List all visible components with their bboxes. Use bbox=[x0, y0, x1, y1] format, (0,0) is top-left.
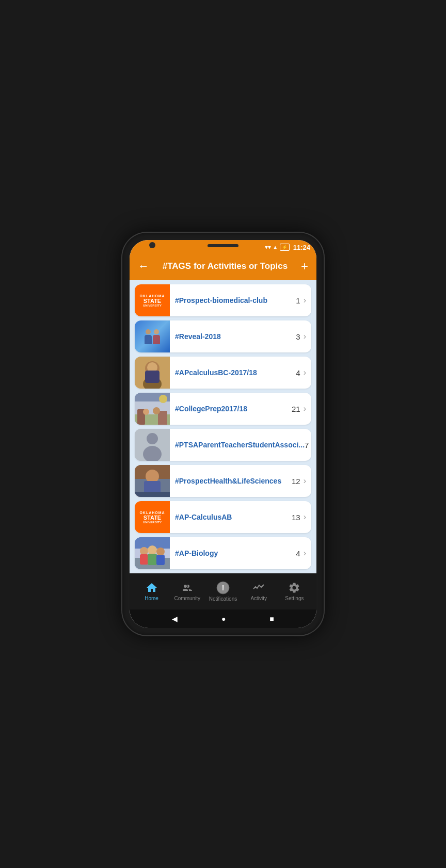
tag-avatar bbox=[135, 393, 170, 425]
nav-community-label: Community bbox=[174, 596, 201, 601]
tag-name: #Reveal-2018 bbox=[175, 332, 296, 341]
tag-info: #APcalculusBC-2017/18 4 › bbox=[170, 368, 311, 377]
tags-list: OKLAHOMA STATE UNIVERSITY #Prospect-biom… bbox=[130, 280, 316, 573]
tag-item[interactable]: OKLAHOMA STATE UNIVERSITY #AP-CalculusAB… bbox=[135, 501, 311, 533]
activity-icon bbox=[252, 582, 265, 594]
tag-avatar bbox=[135, 429, 170, 461]
tag-avatar bbox=[135, 537, 170, 569]
battery-icon: ⚡ bbox=[280, 244, 290, 251]
android-back-button[interactable]: ◀ bbox=[172, 615, 178, 623]
svg-text:!: ! bbox=[222, 584, 225, 592]
tag-item[interactable]: #AP-Biology 4 › bbox=[135, 537, 311, 569]
tag-item[interactable]: #PTSAParentTeacherStudentAssoci... 7 › bbox=[135, 429, 311, 461]
nav-notifications-label: Notifications bbox=[209, 596, 237, 602]
chevron-icon: › bbox=[304, 476, 306, 486]
chevron-icon: › bbox=[304, 549, 306, 558]
svg-point-28 bbox=[156, 548, 165, 556]
tag-avatar bbox=[135, 320, 170, 352]
android-nav-bar: ◀ ● ■ bbox=[130, 609, 316, 628]
tag-count: 3 bbox=[296, 332, 300, 341]
svg-point-11 bbox=[143, 409, 149, 415]
tag-info: #AP-Biology 4 › bbox=[170, 549, 311, 558]
tag-count: 7 bbox=[305, 441, 309, 449]
nav-community[interactable]: Community bbox=[169, 582, 205, 601]
settings-icon bbox=[288, 582, 300, 594]
tag-item[interactable]: OKLAHOMA STATE UNIVERSITY #Prospect-biom… bbox=[135, 284, 311, 316]
page-title: #TAGS for Activities or Topics bbox=[153, 261, 297, 271]
home-icon bbox=[146, 582, 158, 594]
tag-name: #Prospect-biomedical-club bbox=[175, 296, 296, 304]
svg-point-14 bbox=[147, 433, 158, 444]
status-icons: ▾▾ ▲ ⚡ 11:24 bbox=[265, 244, 310, 251]
phone-screen: ▾▾ ▲ ⚡ 11:24 ← #TAGS for Activities or T… bbox=[130, 240, 316, 628]
tag-name: #ProspectHealth&LifeSciences bbox=[175, 477, 292, 485]
tag-info: #PTSAParentTeacherStudentAssoci... 7 › bbox=[170, 440, 311, 449]
tag-item[interactable]: #APcalculusBC-2017/18 4 › bbox=[135, 357, 311, 389]
tag-avatar: OKLAHOMA STATE UNIVERSITY bbox=[135, 501, 170, 533]
tag-name: #AP-CalculusAB bbox=[175, 513, 292, 521]
phone-device: ▾▾ ▲ ⚡ 11:24 ← #TAGS for Activities or T… bbox=[122, 233, 324, 635]
svg-rect-20 bbox=[135, 492, 170, 497]
svg-rect-4 bbox=[145, 371, 160, 383]
tag-info: #Reveal-2018 3 › bbox=[170, 332, 311, 341]
speaker bbox=[208, 244, 238, 247]
svg-point-24 bbox=[140, 547, 148, 555]
tag-avatar: OKLAHOMA STATE UNIVERSITY bbox=[135, 284, 170, 316]
add-button[interactable]: + bbox=[301, 260, 308, 272]
chevron-icon: › bbox=[304, 296, 306, 305]
tag-count: 13 bbox=[292, 513, 300, 522]
nav-settings-label: Settings bbox=[285, 596, 304, 601]
nav-activity-label: Activity bbox=[250, 596, 267, 601]
bottom-navigation: Home Community ! Notifications Act bbox=[130, 573, 316, 609]
chevron-icon: › bbox=[304, 512, 306, 522]
tag-item[interactable]: #ProspectHealth&LifeSciences 12 › bbox=[135, 465, 311, 497]
page-header: ← #TAGS for Activities or Topics + bbox=[130, 254, 316, 280]
svg-rect-29 bbox=[156, 555, 165, 565]
back-button[interactable]: ← bbox=[138, 260, 149, 273]
status-time: 11:24 bbox=[293, 244, 310, 251]
svg-point-12 bbox=[153, 407, 160, 414]
svg-point-26 bbox=[148, 545, 157, 555]
community-icon bbox=[181, 582, 194, 594]
tag-name: #CollegePrep2017/18 bbox=[175, 405, 292, 413]
tag-info: #Prospect-biomedical-club 1 › bbox=[170, 296, 311, 305]
tag-count: 4 bbox=[296, 549, 300, 558]
wifi-icon: ▾▾ bbox=[265, 244, 271, 251]
status-bar: ▾▾ ▲ ⚡ 11:24 bbox=[130, 240, 316, 254]
nav-activity[interactable]: Activity bbox=[241, 582, 277, 601]
nav-notifications[interactable]: ! Notifications bbox=[205, 581, 241, 602]
tag-info: #ProspectHealth&LifeSciences 12 › bbox=[170, 476, 311, 486]
chevron-icon: › bbox=[304, 404, 306, 413]
nav-settings[interactable]: Settings bbox=[277, 582, 312, 601]
tag-name: #APcalculusBC-2017/18 bbox=[175, 368, 296, 377]
tag-item[interactable]: #Reveal-2018 3 › bbox=[135, 320, 311, 352]
nav-home[interactable]: Home bbox=[134, 582, 169, 601]
tag-name: #PTSAParentTeacherStudentAssoci... bbox=[175, 441, 305, 449]
tag-count: 4 bbox=[296, 368, 300, 377]
chevron-icon: › bbox=[304, 332, 306, 341]
tag-count: 1 bbox=[296, 296, 300, 305]
android-recents-button[interactable]: ■ bbox=[269, 615, 274, 623]
svg-rect-25 bbox=[140, 554, 148, 565]
signal-icon: ▲ bbox=[273, 244, 278, 250]
nav-home-label: Home bbox=[145, 596, 158, 601]
svg-point-8 bbox=[159, 395, 167, 403]
notifications-icon: ! bbox=[216, 581, 230, 594]
svg-rect-27 bbox=[148, 554, 157, 565]
tag-item[interactable]: #CollegePrep2017/18 21 › bbox=[135, 393, 311, 425]
tag-count: 21 bbox=[292, 405, 300, 413]
tag-info: #CollegePrep2017/18 21 › bbox=[170, 404, 311, 413]
tag-avatar bbox=[135, 465, 170, 497]
android-home-button[interactable]: ● bbox=[221, 615, 226, 623]
tag-count: 12 bbox=[292, 477, 300, 486]
chevron-icon: › bbox=[304, 368, 306, 377]
camera-dot bbox=[149, 242, 155, 248]
tag-info: #AP-CalculusAB 13 › bbox=[170, 512, 311, 522]
tag-name: #AP-Biology bbox=[175, 549, 296, 557]
tag-avatar bbox=[135, 357, 170, 389]
